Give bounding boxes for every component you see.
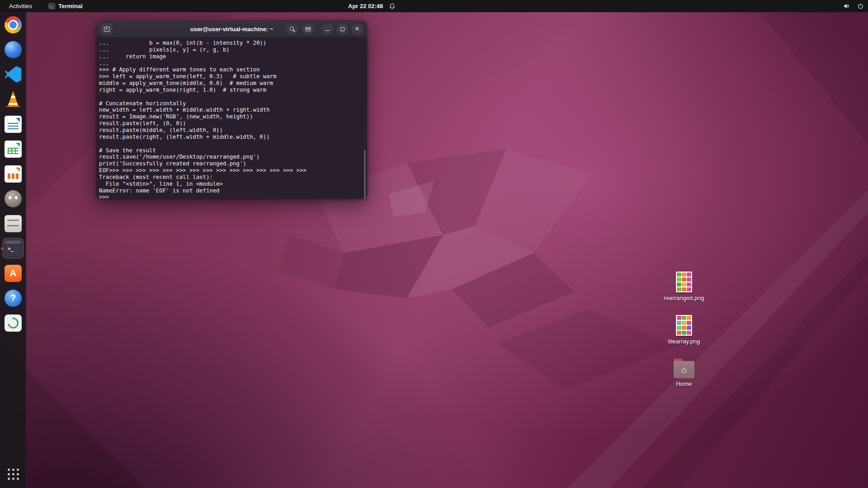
maximize-button[interactable] [336,23,348,35]
desktop-icon-rearranged-png[interactable]: rearranged.png [659,272,709,301]
dock-item-libreoffice-impress[interactable] [0,161,26,186]
volume-icon [844,3,850,9]
help-icon [5,290,22,307]
activities-button[interactable]: Activities [6,2,35,10]
house-icon: ⌂ [681,365,687,374]
terminal-output-area[interactable]: ... b = max(0, int(b - intensity * 20)) … [96,38,367,199]
app-menu-label: Terminal [58,3,82,9]
dock-item-app-grid[interactable] [0,463,26,485]
icon-label: tilearray.png [668,338,700,345]
dock-item-vlc[interactable] [0,87,26,112]
top-bar: Activities >_ Terminal Apr 22 02:48 [0,0,868,12]
dock-item-libreoffice-writer[interactable] [0,112,26,136]
libreoffice-impress-icon [5,165,22,183]
dock-item-chrome[interactable] [0,12,26,37]
gimp-icon [5,190,22,207]
dock-item-files[interactable] [0,211,26,236]
dock-item-ubuntu-software[interactable] [0,261,26,286]
hamburger-menu-icon [305,27,311,31]
dock-item-help[interactable] [0,286,26,310]
app-grid-icon [8,469,19,480]
dock-item-gimp[interactable] [0,186,26,211]
search-icon [290,27,294,31]
thumbnail-tiles [677,272,691,291]
search-button[interactable] [286,23,298,35]
desktop-icon-tilearray-png[interactable]: tilearray.png [659,315,709,345]
dock-item-blue-sphere-app[interactable] [0,37,26,62]
dock [0,12,26,488]
folder-body: ⌂ [674,361,694,378]
dock-item-software-updater[interactable] [0,310,26,335]
terminal-icon [5,240,22,257]
chrome-icon [5,16,22,33]
terminal-window[interactable]: user@user-virtual-machine: ~ × ... b = m… [96,20,367,199]
files-icon [5,215,22,232]
vlc-icon [5,91,22,108]
new-tab-icon [104,27,110,32]
libreoffice-calc-icon [5,141,22,158]
libreoffice-writer-icon [5,116,22,133]
close-button[interactable]: × [351,23,363,35]
software-updater-icon [5,314,22,332]
terminal-output: ... b = max(0, int(b - intensity * 20)) … [96,38,367,199]
menu-button[interactable] [302,23,314,35]
terminal-app-icon: >_ [48,3,55,9]
thumbnail-tiles [677,316,691,335]
running-indicator [1,247,3,249]
vscode-icon [5,66,22,83]
icon-label: Home [676,380,692,387]
close-icon: × [355,25,359,33]
desktop[interactable]: Activities >_ Terminal Apr 22 02:48 [0,0,868,488]
maximize-icon [340,27,344,31]
ubuntu-software-icon [5,265,22,282]
image-thumbnail [676,272,692,292]
icon-label: rearranged.png [664,295,704,301]
dock-item-libreoffice-calc[interactable] [0,136,26,161]
new-tab-button[interactable] [101,23,113,35]
system-status-area[interactable] [844,0,863,12]
dock-item-vscode[interactable] [0,62,26,87]
notification-bell-icon[interactable] [389,3,395,9]
terminal-scrollbar[interactable] [364,150,366,199]
minimize-button[interactable] [321,23,333,35]
home-folder-icon: ⌂ [674,361,694,378]
dock-item-terminal[interactable] [0,236,26,261]
terminal-titlebar[interactable]: user@user-virtual-machine: ~ × [96,20,367,38]
minimize-icon [325,30,330,31]
blue-sphere-app-icon [5,41,22,58]
desktop-icon-home[interactable]: ⌂ Home [659,358,709,387]
clock[interactable]: Apr 22 02:48 [348,3,383,9]
power-icon [858,3,863,9]
image-thumbnail [676,315,692,336]
app-menu[interactable]: >_ Terminal [48,3,82,9]
